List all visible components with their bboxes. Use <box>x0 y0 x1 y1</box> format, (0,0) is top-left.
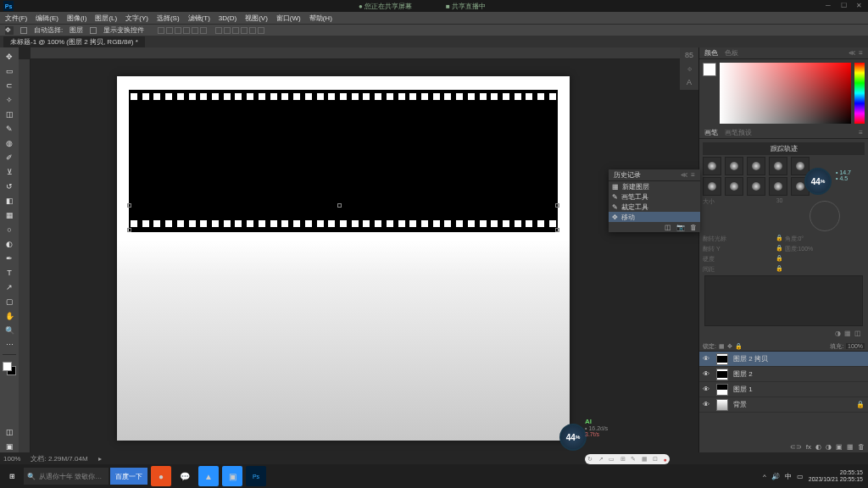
brush-preset-tab[interactable]: 画笔预设 <box>725 128 752 137</box>
eraser-tool[interactable]: ◧ <box>3 195 15 207</box>
brush-tip[interactable] <box>725 157 743 175</box>
shape-tool[interactable]: ▢ <box>3 296 15 308</box>
eyedropper-tool[interactable]: ✎ <box>3 123 15 135</box>
start-button[interactable]: ⊞ <box>0 464 24 488</box>
tray-ime[interactable]: 中 <box>785 472 792 481</box>
more-tool[interactable]: ⋯ <box>3 339 15 351</box>
task-app[interactable]: 💬 <box>175 466 195 486</box>
adjust-icon[interactable]: ◑ <box>826 443 832 451</box>
system-tray[interactable]: ^ 🔊 中 ▭ 20:55:152023/10/21 20:55:15 <box>758 469 868 482</box>
distribute-icon[interactable] <box>241 27 248 34</box>
color-tab[interactable]: 颜色 <box>704 48 718 58</box>
menu-file[interactable]: 文件(F) <box>5 14 27 23</box>
menu-filter[interactable]: 滤镜(T) <box>188 14 210 23</box>
menu-3d[interactable]: 3D(D) <box>219 14 236 22</box>
panel-menu-icon[interactable]: ≡ <box>691 171 695 179</box>
blur-tool[interactable]: ○ <box>3 224 15 236</box>
layer-thumb[interactable] <box>716 353 728 365</box>
screenmode-icon[interactable]: ▣ <box>3 441 15 452</box>
lock-position-icon[interactable]: ✥ <box>727 343 732 350</box>
layer-row[interactable]: 👁图层 2 拷贝 <box>699 352 868 367</box>
panel-icon[interactable]: ◫ <box>854 330 861 337</box>
swatches-tab[interactable]: 色板 <box>725 48 738 58</box>
fg-swatch[interactable] <box>703 63 716 76</box>
floating-toolbar[interactable]: ↻↗▭⊞✎▦⊡● <box>585 454 670 464</box>
move-tool[interactable]: ✥ <box>3 51 15 63</box>
distribute-icon[interactable] <box>249 27 256 34</box>
brush-angle-ring[interactable] <box>810 201 840 231</box>
history-item[interactable]: ▦新建图层 <box>609 181 700 191</box>
layer-name[interactable]: 图层 2 <box>733 369 753 379</box>
stamp-tool[interactable]: ⊻ <box>3 166 15 178</box>
visibility-icon[interactable]: 👁 <box>703 355 711 363</box>
path-tool[interactable]: ↗ <box>3 281 15 293</box>
panel-icon[interactable]: ▦ <box>844 330 851 337</box>
panel-collapse-icon[interactable]: ≪ <box>849 49 855 57</box>
document-canvas[interactable] <box>117 76 570 441</box>
panel-icon[interactable]: ◑ <box>835 330 841 337</box>
pill-icon[interactable]: ↗ <box>598 456 604 463</box>
brush-tip[interactable] <box>703 177 721 196</box>
strip-icon[interactable]: 85 <box>685 51 693 59</box>
dodge-tool[interactable]: ◐ <box>3 238 15 250</box>
visibility-icon[interactable]: 👁 <box>703 370 711 378</box>
distribute-icon[interactable] <box>224 27 231 34</box>
align-icon[interactable] <box>166 27 173 34</box>
crop-tool[interactable]: ◫ <box>3 108 15 120</box>
menu-window[interactable]: 窗口(W) <box>276 14 301 23</box>
task-app[interactable]: ● <box>151 466 171 486</box>
menu-layer[interactable]: 图层(L) <box>95 14 117 23</box>
panel-menu-icon[interactable]: ≡ <box>859 129 863 136</box>
gradient-tool[interactable]: ▦ <box>3 209 15 221</box>
color-swatch[interactable] <box>3 362 16 375</box>
layer-name[interactable]: 背景 <box>733 400 747 409</box>
distribute-icon[interactable] <box>232 27 239 34</box>
layer-name[interactable]: 图层 2 拷贝 <box>733 354 768 363</box>
zoom-tool[interactable]: 🔍 <box>3 324 15 336</box>
layer-row[interactable]: 👁背景🔒 <box>699 397 868 413</box>
minimize-icon[interactable]: ─ <box>826 2 834 10</box>
pill-icon[interactable]: ▦ <box>642 456 648 463</box>
status-chevron-icon[interactable]: ▸ <box>98 455 102 463</box>
wand-tool[interactable]: ✧ <box>3 94 15 106</box>
brush-tip[interactable] <box>725 177 743 196</box>
pill-icon[interactable]: ⊡ <box>653 456 658 463</box>
layer-row[interactable]: 👁图层 1 <box>699 382 868 397</box>
transform-handle[interactable] <box>555 203 559 208</box>
task-app[interactable]: ▣ <box>222 466 242 486</box>
layer-name[interactable]: 图层 1 <box>733 385 753 394</box>
hand-tool[interactable]: ✋ <box>3 310 15 322</box>
zoom-value[interactable]: 100% <box>3 455 20 463</box>
show-transform-check[interactable] <box>90 27 97 34</box>
new-doc-icon[interactable]: 📷 <box>676 224 685 231</box>
panel-menu-icon[interactable]: ≡ <box>859 49 863 57</box>
menu-edit[interactable]: 编辑(E) <box>36 14 58 23</box>
history-brush-tool[interactable]: ↺ <box>3 180 15 192</box>
history-item[interactable]: ✥移动 <box>609 212 700 222</box>
ruler-horizontal[interactable] <box>31 47 698 59</box>
mask-icon[interactable]: ◐ <box>815 443 821 451</box>
history-item[interactable]: ✎裁定工具 <box>609 202 700 212</box>
snapshot-icon[interactable]: ◫ <box>665 224 671 231</box>
visibility-icon[interactable]: 👁 <box>703 401 711 408</box>
distribute-icon[interactable] <box>215 27 222 34</box>
menu-help[interactable]: 帮助(H) <box>309 14 332 23</box>
align-icon[interactable] <box>158 27 164 34</box>
task-app[interactable]: ▲ <box>198 466 219 486</box>
auto-select-check[interactable] <box>20 27 27 34</box>
fx-icon[interactable]: fx <box>806 443 811 451</box>
tray-icon[interactable]: ^ <box>763 473 766 480</box>
brush-tip[interactable] <box>747 177 765 196</box>
lock-all-icon[interactable]: 🔒 <box>735 343 743 350</box>
ruler-vertical[interactable] <box>19 59 31 452</box>
brush-tab[interactable]: 画笔 <box>704 128 718 137</box>
auto-select-target[interactable]: 图层 <box>70 25 83 35</box>
align-icon[interactable] <box>183 27 190 34</box>
delete-icon[interactable]: 🗑 <box>858 443 865 451</box>
transform-handle[interactable] <box>127 203 131 208</box>
hue-slider[interactable] <box>854 63 865 124</box>
task-app[interactable]: Ps <box>246 466 266 486</box>
visibility-icon[interactable]: 👁 <box>703 385 711 393</box>
film-strip[interactable] <box>129 90 558 232</box>
brush-tip[interactable] <box>747 157 765 175</box>
